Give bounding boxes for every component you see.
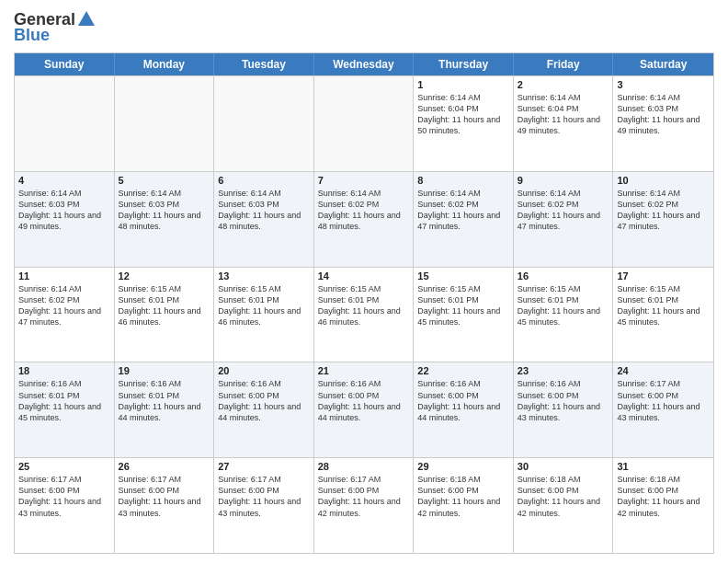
- weekday-header: Monday: [115, 53, 215, 75]
- day-number: 17: [617, 270, 710, 282]
- calendar-day: 24Sunrise: 6:17 AMSunset: 6:00 PMDayligh…: [613, 362, 713, 457]
- calendar-day: 17Sunrise: 6:15 AMSunset: 6:01 PMDayligh…: [613, 268, 713, 362]
- calendar-day: 15Sunrise: 6:15 AMSunset: 6:01 PMDayligh…: [414, 268, 514, 362]
- calendar-day: 16Sunrise: 6:15 AMSunset: 6:01 PMDayligh…: [514, 268, 614, 362]
- calendar-day: 8Sunrise: 6:14 AMSunset: 6:02 PMDaylight…: [414, 172, 514, 267]
- day-detail: Sunrise: 6:17 AMSunset: 6:00 PMDaylight:…: [617, 378, 710, 423]
- day-number: 27: [218, 461, 310, 472]
- logo-icon: [76, 9, 97, 29]
- day-detail: Sunrise: 6:16 AMSunset: 6:00 PMDaylight:…: [518, 378, 609, 423]
- day-detail: Sunrise: 6:16 AMSunset: 6:00 PMDaylight:…: [417, 378, 509, 423]
- day-number: 25: [18, 461, 110, 472]
- calendar-day: 1Sunrise: 6:14 AMSunset: 6:04 PMDaylight…: [414, 76, 514, 171]
- day-detail: Sunrise: 6:18 AMSunset: 6:00 PMDaylight:…: [518, 474, 609, 519]
- weekday-header: Friday: [514, 53, 614, 75]
- day-number: 28: [318, 461, 410, 472]
- day-detail: Sunrise: 6:17 AMSunset: 6:00 PMDaylight:…: [119, 474, 210, 519]
- day-detail: Sunrise: 6:14 AMSunset: 6:03 PMDaylight:…: [119, 188, 210, 233]
- day-number: 7: [318, 175, 410, 186]
- calendar-day: 19Sunrise: 6:16 AMSunset: 6:01 PMDayligh…: [115, 362, 215, 457]
- page-header: General Blue: [14, 9, 714, 45]
- calendar-empty: [115, 76, 215, 171]
- day-detail: Sunrise: 6:17 AMSunset: 6:00 PMDaylight:…: [318, 474, 410, 519]
- day-detail: Sunrise: 6:14 AMSunset: 6:03 PMDaylight:…: [617, 92, 710, 137]
- day-detail: Sunrise: 6:17 AMSunset: 6:00 PMDaylight:…: [218, 474, 310, 519]
- calendar-day: 12Sunrise: 6:15 AMSunset: 6:01 PMDayligh…: [115, 268, 215, 362]
- day-number: 11: [18, 270, 110, 282]
- calendar-day: 6Sunrise: 6:14 AMSunset: 6:03 PMDaylight…: [214, 172, 314, 267]
- day-number: 21: [318, 365, 410, 376]
- calendar-day: 26Sunrise: 6:17 AMSunset: 6:00 PMDayligh…: [115, 458, 215, 553]
- calendar: SundayMondayTuesdayWednesdayThursdayFrid…: [14, 52, 714, 554]
- day-number: 14: [318, 270, 410, 282]
- day-detail: Sunrise: 6:14 AMSunset: 6:02 PMDaylight:…: [518, 188, 609, 233]
- calendar-day: 11Sunrise: 6:14 AMSunset: 6:02 PMDayligh…: [15, 268, 115, 362]
- calendar-day: 9Sunrise: 6:14 AMSunset: 6:02 PMDaylight…: [514, 172, 614, 267]
- calendar-day: 20Sunrise: 6:16 AMSunset: 6:00 PMDayligh…: [214, 362, 314, 457]
- day-number: 4: [18, 175, 110, 186]
- calendar-day: 25Sunrise: 6:17 AMSunset: 6:00 PMDayligh…: [15, 458, 115, 553]
- calendar-week: 4Sunrise: 6:14 AMSunset: 6:03 PMDaylight…: [15, 171, 713, 267]
- day-number: 30: [518, 461, 609, 472]
- calendar-empty: [314, 76, 415, 171]
- day-number: 26: [119, 461, 210, 472]
- day-number: 2: [518, 79, 609, 90]
- calendar-day: 5Sunrise: 6:14 AMSunset: 6:03 PMDaylight…: [115, 172, 215, 267]
- day-number: 29: [417, 461, 509, 472]
- calendar-day: 31Sunrise: 6:18 AMSunset: 6:00 PMDayligh…: [613, 458, 713, 553]
- weekday-header: Sunday: [15, 53, 115, 75]
- calendar-week: 25Sunrise: 6:17 AMSunset: 6:00 PMDayligh…: [15, 457, 713, 553]
- day-detail: Sunrise: 6:14 AMSunset: 6:02 PMDaylight:…: [417, 188, 509, 233]
- calendar-day: 18Sunrise: 6:16 AMSunset: 6:01 PMDayligh…: [15, 362, 115, 457]
- calendar-day: 10Sunrise: 6:14 AMSunset: 6:02 PMDayligh…: [613, 172, 713, 267]
- day-number: 5: [119, 175, 210, 186]
- calendar-empty: [15, 76, 115, 171]
- svg-marker-0: [78, 11, 95, 26]
- calendar-empty: [214, 76, 314, 171]
- day-number: 6: [218, 175, 310, 186]
- calendar-body: 1Sunrise: 6:14 AMSunset: 6:04 PMDaylight…: [15, 75, 713, 553]
- calendar-day: 2Sunrise: 6:14 AMSunset: 6:04 PMDaylight…: [514, 76, 614, 171]
- day-number: 9: [518, 175, 609, 186]
- day-number: 10: [617, 175, 710, 186]
- weekday-header: Thursday: [414, 53, 514, 75]
- day-detail: Sunrise: 6:17 AMSunset: 6:00 PMDaylight:…: [18, 474, 110, 519]
- day-detail: Sunrise: 6:16 AMSunset: 6:01 PMDaylight:…: [119, 378, 210, 423]
- day-detail: Sunrise: 6:16 AMSunset: 6:00 PMDaylight:…: [318, 378, 410, 423]
- calendar-day: 3Sunrise: 6:14 AMSunset: 6:03 PMDaylight…: [613, 76, 713, 171]
- calendar-day: 30Sunrise: 6:18 AMSunset: 6:00 PMDayligh…: [514, 458, 614, 553]
- day-number: 22: [417, 365, 509, 376]
- day-number: 13: [218, 270, 310, 282]
- day-detail: Sunrise: 6:15 AMSunset: 6:01 PMDaylight:…: [318, 283, 410, 328]
- logo: General Blue: [14, 9, 97, 45]
- calendar-day: 27Sunrise: 6:17 AMSunset: 6:00 PMDayligh…: [214, 458, 314, 553]
- day-detail: Sunrise: 6:15 AMSunset: 6:01 PMDaylight:…: [417, 283, 509, 328]
- calendar-day: 4Sunrise: 6:14 AMSunset: 6:03 PMDaylight…: [15, 172, 115, 267]
- day-number: 3: [617, 79, 710, 90]
- weekday-header: Wednesday: [314, 53, 415, 75]
- weekday-header: Tuesday: [214, 53, 314, 75]
- day-detail: Sunrise: 6:15 AMSunset: 6:01 PMDaylight:…: [518, 283, 609, 328]
- calendar-day: 21Sunrise: 6:16 AMSunset: 6:00 PMDayligh…: [314, 362, 415, 457]
- day-detail: Sunrise: 6:15 AMSunset: 6:01 PMDaylight:…: [617, 283, 710, 328]
- day-number: 15: [417, 270, 509, 282]
- day-number: 20: [218, 365, 310, 376]
- day-number: 8: [417, 175, 509, 186]
- day-detail: Sunrise: 6:14 AMSunset: 6:02 PMDaylight:…: [18, 283, 110, 328]
- calendar-day: 28Sunrise: 6:17 AMSunset: 6:00 PMDayligh…: [314, 458, 415, 553]
- logo-blue: Blue: [14, 26, 50, 45]
- day-detail: Sunrise: 6:14 AMSunset: 6:04 PMDaylight:…: [518, 92, 609, 137]
- calendar-day: 14Sunrise: 6:15 AMSunset: 6:01 PMDayligh…: [314, 268, 415, 362]
- calendar-day: 22Sunrise: 6:16 AMSunset: 6:00 PMDayligh…: [414, 362, 514, 457]
- day-number: 1: [417, 79, 509, 90]
- day-detail: Sunrise: 6:14 AMSunset: 6:02 PMDaylight:…: [617, 188, 710, 233]
- calendar-day: 23Sunrise: 6:16 AMSunset: 6:00 PMDayligh…: [514, 362, 614, 457]
- day-detail: Sunrise: 6:18 AMSunset: 6:00 PMDaylight:…: [617, 474, 710, 519]
- day-detail: Sunrise: 6:16 AMSunset: 6:00 PMDaylight:…: [218, 378, 310, 423]
- day-detail: Sunrise: 6:14 AMSunset: 6:03 PMDaylight:…: [18, 188, 110, 233]
- day-detail: Sunrise: 6:14 AMSunset: 6:03 PMDaylight:…: [218, 188, 310, 233]
- calendar-day: 29Sunrise: 6:18 AMSunset: 6:00 PMDayligh…: [414, 458, 514, 553]
- day-number: 18: [18, 365, 110, 376]
- calendar-day: 7Sunrise: 6:14 AMSunset: 6:02 PMDaylight…: [314, 172, 415, 267]
- day-detail: Sunrise: 6:15 AMSunset: 6:01 PMDaylight:…: [119, 283, 210, 328]
